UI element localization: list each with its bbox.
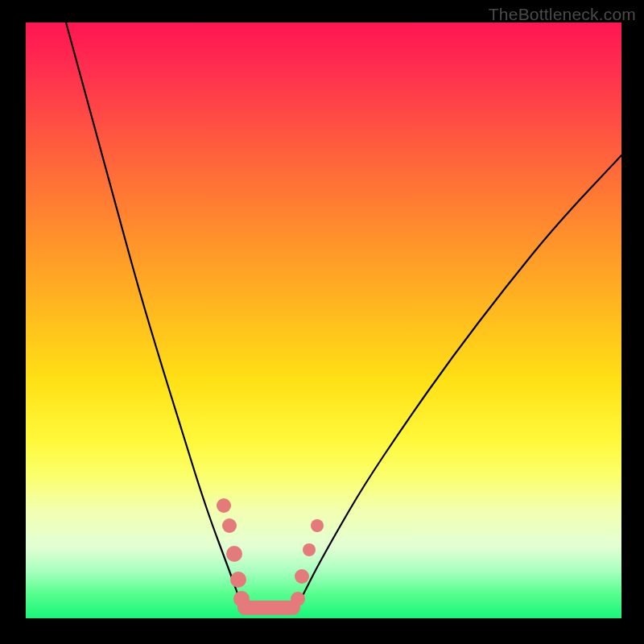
watermark-text: TheBottleneck.com <box>489 5 636 24</box>
curves-svg <box>26 23 621 618</box>
plot-area <box>26 23 621 618</box>
marker-group <box>217 498 324 607</box>
left-curve <box>66 23 243 609</box>
data-marker <box>226 546 242 562</box>
data-marker <box>311 519 324 532</box>
curve-group <box>66 23 621 609</box>
data-marker <box>222 518 237 533</box>
chart-frame: TheBottleneck.com <box>0 0 644 644</box>
data-marker <box>295 569 309 584</box>
data-marker <box>217 498 231 513</box>
data-marker <box>230 572 246 588</box>
data-marker <box>303 543 316 556</box>
right-curve <box>295 155 621 609</box>
